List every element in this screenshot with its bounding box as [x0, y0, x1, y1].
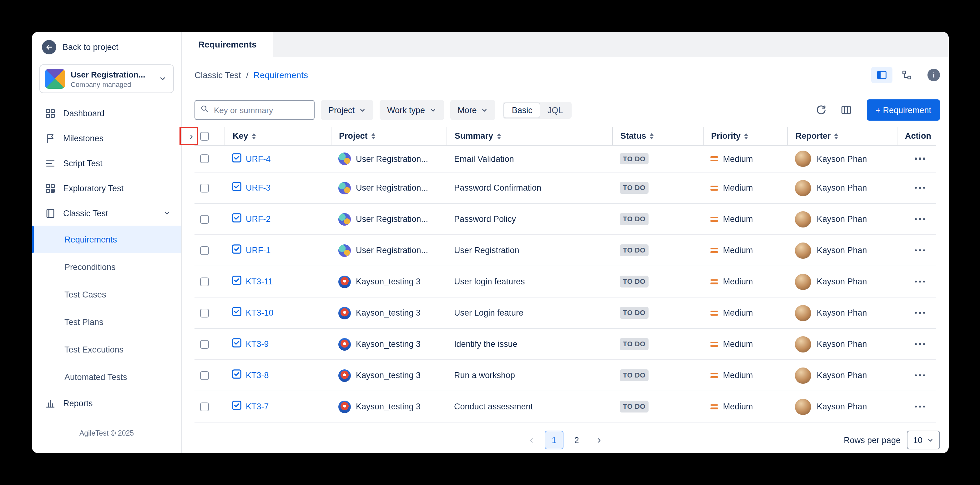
- status-badge: TO DO: [620, 153, 649, 164]
- row-checkbox[interactable]: [200, 184, 209, 192]
- row-checkbox[interactable]: [200, 277, 209, 286]
- row-checkbox[interactable]: [200, 308, 209, 317]
- row-checkbox[interactable]: [200, 246, 209, 255]
- info-button[interactable]: i: [928, 69, 940, 81]
- sidebar-item-preconditions[interactable]: Preconditions: [32, 253, 181, 281]
- back-to-project-button[interactable]: Back to project: [32, 32, 181, 61]
- table-row[interactable]: URF-4 User Registration... Email Validat…: [194, 146, 936, 173]
- requirement-key-link[interactable]: URF-4: [246, 154, 271, 163]
- row-actions-button[interactable]: [912, 153, 928, 165]
- row-actions-button[interactable]: [912, 213, 928, 225]
- expand-rows-toggle[interactable]: ›: [186, 130, 197, 141]
- row-actions-button[interactable]: [912, 182, 928, 194]
- row-actions-button[interactable]: [912, 338, 928, 350]
- tree-view-button[interactable]: [896, 67, 918, 83]
- column-header-summary[interactable]: Summary: [447, 127, 612, 145]
- sidebar-item-automated-tests[interactable]: Automated Tests: [32, 363, 181, 391]
- row-actions-button[interactable]: [912, 369, 928, 382]
- jql-mode-button[interactable]: JQL: [540, 103, 571, 117]
- sidebar-item-test-executions[interactable]: Test Executions: [32, 336, 181, 363]
- basic-mode-button[interactable]: Basic: [504, 103, 540, 117]
- requirement-key-link[interactable]: KT3-7: [246, 402, 269, 411]
- project-filter-dropdown[interactable]: Project: [321, 100, 373, 120]
- page-button-2[interactable]: 2: [567, 431, 586, 449]
- sidebar-item-reports[interactable]: Reports: [32, 391, 181, 415]
- priority-medium-icon: [710, 185, 718, 190]
- sidebar-item-classic-test[interactable]: Classic Test: [32, 201, 181, 226]
- column-header-reporter[interactable]: Reporter: [788, 127, 897, 145]
- requirement-key-link[interactable]: KT3-11: [246, 277, 273, 286]
- sort-icon: [497, 133, 501, 139]
- table-row[interactable]: KT3-9 Kayson_testing 3 Identify the issu…: [194, 329, 936, 360]
- table-row[interactable]: KT3-7 Kayson_testing 3 Conduct assessmen…: [194, 391, 936, 423]
- requirement-key-link[interactable]: URF-1: [246, 246, 271, 255]
- column-header-status[interactable]: Status: [612, 127, 703, 145]
- requirement-key-link[interactable]: KT3-9: [246, 339, 269, 349]
- table-row[interactable]: URF-3 User Registration... Password Conf…: [194, 173, 936, 204]
- rows-per-page-select[interactable]: 10: [907, 431, 940, 449]
- column-header-action: Action: [897, 127, 940, 145]
- row-checkbox[interactable]: [200, 402, 209, 411]
- requirement-key-link[interactable]: KT3-8: [246, 371, 269, 380]
- columns-icon: [840, 105, 852, 116]
- reporter-avatar: [795, 273, 811, 290]
- sidebar-item-milestones[interactable]: Milestones: [32, 126, 181, 151]
- next-page-button[interactable]: ›: [590, 431, 609, 449]
- panel-view-button[interactable]: [871, 67, 892, 83]
- row-actions-button[interactable]: [912, 307, 928, 319]
- prev-page-button[interactable]: ‹: [522, 431, 541, 449]
- row-checkbox[interactable]: [200, 340, 209, 349]
- summary-text: Email Validation: [454, 154, 514, 163]
- row-actions-button[interactable]: [912, 401, 928, 413]
- sidebar-item-script-test[interactable]: Script Test: [32, 151, 181, 176]
- sidebar-item-exploratory-test[interactable]: Exploratory Test: [32, 176, 181, 201]
- requirement-type-icon: [232, 338, 242, 350]
- select-all-checkbox[interactable]: [200, 132, 209, 140]
- row-actions-button[interactable]: [912, 276, 928, 288]
- dashboard-grid-icon: [45, 108, 56, 119]
- breadcrumb-current[interactable]: Requirements: [254, 70, 308, 80]
- sidebar-item-dashboard[interactable]: Dashboard: [32, 101, 181, 126]
- breadcrumb-parent[interactable]: Classic Test: [194, 70, 241, 80]
- tab-requirements[interactable]: Requirements: [182, 32, 273, 57]
- columns-settings-button[interactable]: [837, 101, 856, 119]
- table-row[interactable]: KT3-11 Kayson_testing 3 User login featu…: [194, 266, 936, 298]
- priority-medium-icon: [710, 156, 718, 161]
- sidebar-item-test-plans[interactable]: Test Plans: [32, 308, 181, 336]
- chevron-down-icon: [927, 437, 934, 444]
- sort-icon: [252, 133, 256, 139]
- column-header-project[interactable]: Project: [331, 127, 447, 145]
- row-checkbox[interactable]: [200, 215, 209, 223]
- column-header-priority[interactable]: Priority: [703, 127, 788, 145]
- sidebar-subitem-label: Test Cases: [64, 290, 106, 299]
- table-row[interactable]: KT3-10 Kayson_testing 3 User Login featu…: [194, 298, 936, 329]
- sidebar-item-label: Dashboard: [63, 108, 105, 118]
- summary-text: Identify the issue: [454, 339, 517, 349]
- column-header-key[interactable]: Key: [224, 127, 331, 145]
- sidebar-item-test-cases[interactable]: Test Cases: [32, 281, 181, 308]
- requirement-key-link[interactable]: URF-2: [246, 214, 271, 224]
- add-requirement-button[interactable]: + Requirement: [867, 99, 940, 120]
- search-icon: [200, 105, 209, 116]
- worktype-filter-dropdown[interactable]: Work type: [380, 100, 444, 120]
- table-row[interactable]: URF-1 User Registration... User Registra…: [194, 235, 936, 266]
- table-row[interactable]: KT3-8 Kayson_testing 3 Run a workshop TO…: [194, 360, 936, 391]
- project-name: User Registration...: [356, 154, 428, 163]
- table-row[interactable]: URF-2 User Registration... Password Poli…: [194, 204, 936, 235]
- requirement-key-link[interactable]: KT3-10: [246, 308, 274, 317]
- more-filter-dropdown[interactable]: More: [450, 100, 496, 120]
- requirement-key-link[interactable]: URF-3: [246, 183, 271, 192]
- page-button-1[interactable]: 1: [545, 431, 563, 449]
- status-badge: TO DO: [620, 307, 649, 319]
- sidebar-item-label: Exploratory Test: [63, 184, 124, 193]
- pagination: ‹ 1 2 ›: [522, 431, 609, 449]
- row-checkbox[interactable]: [200, 371, 209, 380]
- main-area: Requirements Classic Test / Requirements: [182, 32, 949, 453]
- project-filter-label: Project: [328, 105, 355, 115]
- row-actions-button[interactable]: [912, 244, 928, 257]
- refresh-button[interactable]: [812, 101, 830, 119]
- search-input[interactable]: [213, 105, 309, 115]
- sidebar-item-requirements[interactable]: Requirements: [32, 226, 181, 253]
- project-selector[interactable]: User Registration... Company-managed: [40, 64, 174, 93]
- row-checkbox[interactable]: [200, 154, 209, 163]
